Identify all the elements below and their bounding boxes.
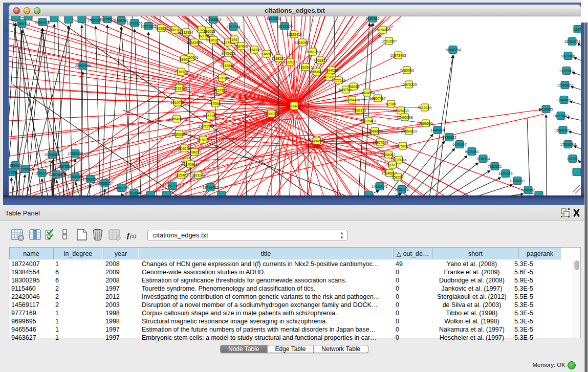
svg-text:1733426: 1733426 [395,188,408,191]
svg-text:10973493: 10973493 [390,54,406,57]
svg-text:15756928: 15756928 [395,144,410,148]
svg-text:3498222: 3498222 [187,150,201,154]
svg-text:16782759: 16782759 [113,186,129,190]
svg-text:10046755: 10046755 [176,147,192,150]
svg-text:3675685: 3675685 [221,52,235,55]
svg-text:9427552: 9427552 [213,89,227,92]
svg-text:8186323: 8186323 [206,38,220,42]
svg-text:8454749: 8454749 [247,48,261,52]
svg-text:8471676: 8471676 [498,172,512,176]
svg-text:746266: 746266 [347,85,359,89]
svg-text:546: 546 [231,38,237,41]
svg-text:1615112: 1615112 [386,163,400,167]
svg-text:8994028: 8994028 [324,69,338,72]
svg-text:7625402: 7625402 [174,173,188,177]
svg-text:12923448: 12923448 [126,191,142,195]
svg-text:12213389: 12213389 [171,86,187,90]
svg-text:7632621: 7632621 [488,165,502,168]
svg-text:16648754: 16648754 [445,48,461,52]
svg-text:19654985: 19654985 [168,117,184,121]
svg-text:835061: 835061 [9,164,21,167]
svg-text:12156829: 12156829 [17,167,33,171]
svg-text:20206556: 20206556 [44,153,60,157]
svg-text:15278602: 15278602 [99,17,115,21]
svg-text:15751074: 15751074 [564,40,580,43]
svg-text:20053346: 20053346 [75,64,91,68]
svg-text:2867608: 2867608 [234,45,248,48]
svg-text:8322037: 8322037 [283,60,297,64]
svg-text:9474444: 9474444 [465,150,478,154]
svg-text:6679197: 6679197 [452,143,466,146]
svg-text:0699695: 0699695 [419,122,432,125]
svg-text:8215955: 8215955 [539,107,553,111]
svg-text:3267150: 3267150 [203,114,217,118]
svg-text:16033809: 16033809 [205,18,221,21]
svg-text:13495798: 13495798 [397,116,412,119]
svg-text:10958107: 10958107 [97,182,113,185]
svg-text:16210643: 16210643 [553,114,569,118]
svg-text:7955812: 7955812 [313,59,327,62]
svg-text:9329966: 9329966 [561,54,575,58]
svg-text:12213967: 12213967 [381,39,397,43]
svg-text:18807249: 18807249 [372,141,388,144]
svg-text:9227343: 9227343 [559,69,573,73]
svg-text:11451944: 11451944 [49,173,64,177]
svg-text:2718126: 2718126 [174,70,188,74]
svg-text:9115460: 9115460 [418,106,432,110]
svg-text:19384554: 19384554 [309,139,324,143]
svg-text:186058: 186058 [203,30,215,33]
svg-text:1117: 1117 [574,28,582,31]
svg-text:16640910: 16640910 [294,41,310,45]
svg-text:14136141: 14136141 [372,185,387,188]
svg-text:16543382: 16543382 [186,41,202,45]
svg-text:8912954: 8912954 [179,31,193,34]
svg-text:5938923: 5938923 [442,136,456,139]
svg-text:12975125: 12975125 [401,83,417,86]
svg-text:10654112: 10654112 [510,179,526,183]
svg-text:9777169: 9777169 [332,79,345,82]
svg-text:10025433: 10025433 [393,109,408,113]
svg-text:10807487: 10807487 [369,97,385,100]
svg-text:1362615: 1362615 [298,65,312,69]
svg-text:116753: 116753 [567,157,579,161]
svg-text:14055713: 14055713 [14,22,30,26]
svg-text:252234: 252234 [391,176,403,179]
svg-text:20364436: 20364436 [344,98,360,102]
svg-text:11325419: 11325419 [287,33,302,36]
svg-text:9084067: 9084067 [381,153,395,157]
svg-text:887833: 887833 [197,138,209,142]
svg-text:2687682: 2687682 [365,17,379,20]
svg-text:16154808: 16154808 [375,28,390,32]
svg-text:39159: 39159 [6,170,16,174]
svg-text:18724007: 18724007 [286,104,302,108]
svg-text:19654923: 19654923 [401,129,417,133]
svg-text:98901: 98901 [179,58,189,61]
svg-text:1691144: 1691144 [191,173,205,177]
svg-text:1540994: 1540994 [183,163,197,166]
svg-text:13716485: 13716485 [202,186,218,189]
svg-text:12505185: 12505185 [67,175,83,179]
svg-text:19218506: 19218506 [276,25,292,28]
svg-text:8990448: 8990448 [310,70,323,74]
svg-text:1610755: 1610755 [170,101,184,104]
svg-text:9146821: 9146821 [259,52,273,56]
svg-text:62160: 62160 [386,102,396,106]
svg-text:10688609: 10688609 [366,129,382,133]
svg-text:7485063: 7485063 [400,69,413,72]
svg-text:12093872: 12093872 [557,83,573,87]
svg-text:1588520: 1588520 [271,57,285,60]
svg-text:9245652: 9245652 [521,188,535,192]
svg-text:16671355: 16671355 [140,25,156,28]
svg-text:(x): (x) [130,233,137,239]
svg-text:16961758: 16961758 [304,50,320,54]
svg-text:8031144: 8031144 [215,76,229,80]
svg-text:17957255: 17957255 [82,178,98,181]
svg-text:13824554: 13824554 [359,91,375,95]
svg-text:15720407: 15720407 [360,119,376,123]
svg-text:1621072: 1621072 [322,75,336,79]
svg-text:19166827: 19166827 [171,133,187,136]
svg-text:1244415: 1244415 [557,98,571,102]
svg-text:9657771: 9657771 [165,184,179,188]
svg-text:15692971: 15692971 [555,128,571,132]
svg-text:17004: 17004 [210,102,221,105]
